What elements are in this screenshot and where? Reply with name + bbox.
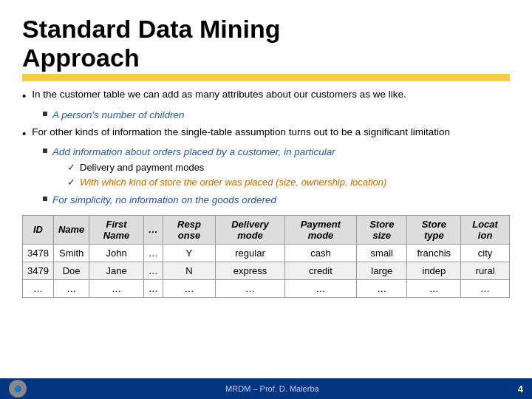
check-mark-2: ✓: [67, 175, 75, 190]
table-cell: express: [216, 262, 285, 279]
table-cell: indep: [407, 262, 461, 279]
col-response: Resp onse: [163, 215, 215, 244]
bullet-2-dot: •: [22, 126, 26, 143]
table-cell: …: [163, 279, 215, 297]
col-storesize: Store size: [357, 215, 407, 244]
data-table: ID Name First Name … Resp onse Delivery …: [22, 215, 510, 298]
table-cell: credit: [284, 262, 356, 279]
col-location: Locat ion: [461, 215, 510, 244]
title-block: Standard Data Mining Approach: [22, 15, 510, 81]
table-cell: franchis: [407, 244, 461, 262]
highlight-bar: [22, 74, 510, 81]
logo-icon: 🔵: [9, 380, 27, 398]
bullet-1-dot: •: [22, 88, 26, 105]
table-cell: 3479: [23, 262, 54, 279]
content-area: • In the customer table we can add as ma…: [22, 87, 510, 208]
table-row: 3479DoeJane…Nexpresscreditlargeindeprura…: [23, 262, 510, 279]
table-cell: …: [461, 279, 510, 297]
sub-square-2a: [43, 149, 47, 153]
table-cell: Smith: [53, 244, 89, 262]
table-cell: Jane: [89, 262, 143, 279]
col-id: ID: [23, 215, 54, 244]
page-number: 4: [518, 383, 523, 395]
table-cell: …: [53, 279, 89, 297]
sub-text-1a: A person's number of children: [52, 108, 184, 123]
sub-bullet-2a: Add information about orders placed by a…: [43, 145, 510, 191]
table-cell: …: [143, 244, 163, 262]
table-cell: regular: [216, 244, 285, 262]
title-line1: Standard Data Mining Approach: [22, 15, 510, 72]
sub-bullets-1: A person's number of children: [43, 108, 510, 123]
check-item-2: ✓ With which kind of store the order was…: [67, 175, 386, 190]
table-cell: N: [163, 262, 215, 279]
sub-text-2b: For simplicity, no information on the go…: [52, 193, 276, 208]
check-bullets: ✓ Delivery and payment modes ✓ With whic…: [67, 160, 386, 190]
col-payment: Payment mode: [284, 215, 356, 244]
table-row: …………………………: [23, 279, 510, 297]
bullet-2-text: For other kinds of information the singl…: [32, 125, 450, 140]
table-cell: …: [357, 279, 407, 297]
bullet-2: • For other kinds of information the sin…: [22, 125, 510, 143]
caption-text: MRDM – Prof. D. Malerba: [225, 384, 319, 393]
table-cell: Doe: [53, 262, 89, 279]
col-delivery: Delivery mode: [216, 215, 285, 244]
sub-text-2a: Add information about orders placed by a…: [52, 146, 335, 157]
sub-bullet-2b: For simplicity, no information on the go…: [43, 193, 510, 208]
sub-square-1a: [43, 112, 47, 116]
table-cell: …: [216, 279, 285, 297]
table-cell: city: [461, 244, 510, 262]
table-cell: …: [284, 279, 356, 297]
table-cell: 3478: [23, 244, 54, 262]
col-ellipsis: …: [143, 215, 163, 244]
check-text-1: Delivery and payment modes: [80, 160, 204, 175]
table-cell: …: [143, 279, 163, 297]
slide: Standard Data Mining Approach • In the c…: [0, 0, 532, 399]
check-mark-1: ✓: [67, 160, 75, 175]
table-cell: Y: [163, 244, 215, 262]
table-cell: …: [143, 262, 163, 279]
sub-bullet-1a: A person's number of children: [43, 108, 510, 123]
table-cell: small: [357, 244, 407, 262]
col-storetype: Store type: [407, 215, 461, 244]
table-row: 3478SmithJohn…Yregularcashsmallfranchisc…: [23, 244, 510, 262]
bullet-1-text: In the customer table we can add as many…: [32, 87, 406, 102]
sub-square-2b: [43, 197, 47, 201]
check-item-1: ✓ Delivery and payment modes: [67, 160, 386, 175]
table-cell: John: [89, 244, 143, 262]
table-cell: rural: [461, 262, 510, 279]
col-firstname: First Name: [89, 215, 143, 244]
table-body: 3478SmithJohn…Yregularcashsmallfranchisc…: [23, 244, 510, 297]
table-cell: …: [407, 279, 461, 297]
sub-bullets-2: Add information about orders placed by a…: [43, 145, 510, 208]
table-cell: large: [357, 262, 407, 279]
table-cell: cash: [284, 244, 356, 262]
bullet-1: • In the customer table we can add as ma…: [22, 87, 510, 105]
table-cell: …: [23, 279, 54, 297]
col-name: Name: [53, 215, 89, 244]
table-cell: …: [89, 279, 143, 297]
check-text-2: With which kind of store the order was p…: [80, 175, 386, 190]
bottom-bar: 🔵 MRDM – Prof. D. Malerba 4: [0, 378, 532, 399]
table-header-row: ID Name First Name … Resp onse Delivery …: [23, 215, 510, 244]
